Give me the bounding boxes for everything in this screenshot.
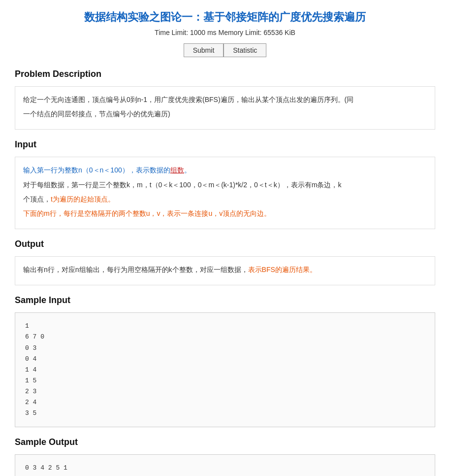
output-title: Output bbox=[15, 239, 435, 251]
output-line: 输出有n行，对应n组输出，每行为用空格隔开的k个整数，对应一组数据，表示BFS的… bbox=[23, 264, 427, 276]
input-line-4-orange: 下面的m行，每行是空格隔开的两个整数u，v，表示一条连接u，v顶点的无向边。 bbox=[23, 209, 271, 217]
limits-text: Time Limit: 1000 ms Memory Limit: 65536 … bbox=[15, 29, 435, 36]
problem-line-1: 给定一个无向连通图，顶点编号从0到n-1，用广度优先搜索(BFS)遍历，输出从某… bbox=[23, 94, 427, 106]
output-content: 输出有n行，对应n组输出，每行为用空格隔开的k个整数，对应一组数据，表示BFS的… bbox=[15, 256, 435, 285]
sample-output-code: 0 3 4 2 5 1 https://blog.csdn.net/weixin… bbox=[15, 454, 435, 476]
output-text-normal: 输出有n行，对应n组输出，每行为用空格隔开的k个整数，对应一组数据， bbox=[23, 266, 248, 273]
input-section: Input 输入第一行为整数n（0＜n＜100），表示数据的组数。 对于每组数据… bbox=[15, 139, 435, 229]
input-line-1-underline: 组数 bbox=[170, 166, 184, 174]
sample-input-title: Sample Input bbox=[15, 295, 435, 307]
code-line-2: 6 7 0 bbox=[25, 332, 425, 342]
input-line-1: 输入第一行为整数n（0＜n＜100），表示数据的组数。 bbox=[23, 164, 427, 176]
input-line-4: 下面的m行，每行是空格隔开的两个整数u，v，表示一条连接u，v顶点的无向边。 bbox=[23, 207, 427, 220]
page-title: 数据结构实验之图论一：基于邻接矩阵的广度优先搜索遍历 bbox=[15, 10, 435, 25]
problem-description-content: 给定一个无向连通图，顶点编号从0到n-1，用广度优先搜索(BFS)遍历，输出从某… bbox=[15, 86, 435, 130]
output-section: Output 输出有n行，对应n组输出，每行为用空格隔开的k个整数，对应一组数据… bbox=[15, 239, 435, 285]
code-line-6: 1 5 bbox=[25, 375, 425, 386]
input-line-3: 个顶点，t为遍历的起始顶点。 bbox=[23, 193, 427, 205]
code-line-3: 0 3 bbox=[25, 343, 425, 354]
sample-output-section: Sample Output 0 3 4 2 5 1 https://blog.c… bbox=[15, 437, 435, 476]
code-line-4: 0 4 bbox=[25, 354, 425, 365]
code-line-8: 2 4 bbox=[25, 397, 425, 408]
sample-input-section: Sample Input 1 6 7 0 0 3 0 4 1 4 1 5 2 3… bbox=[15, 295, 435, 427]
code-line-7: 2 3 bbox=[25, 386, 425, 397]
output-text-orange: 表示BFS的遍历结果。 bbox=[248, 266, 317, 273]
input-line-1-blue: 输入第一行为整数n（0＜n＜100），表示数据的 bbox=[23, 166, 170, 174]
input-line-3-normal: 个顶点， bbox=[23, 195, 51, 203]
code-line-5: 1 4 bbox=[25, 365, 425, 375]
submit-button[interactable]: Submit bbox=[184, 43, 224, 57]
code-line-9: 3 5 bbox=[25, 408, 425, 419]
sample-output-title: Sample Output bbox=[15, 437, 435, 449]
input-line-2-text: 对于每组数据，第一行是三个整数k，m，t（0＜k＜100，0＜m＜(k-1)*k… bbox=[23, 181, 341, 189]
problem-description-section: Problem Description 给定一个无向连通图，顶点编号从0到n-1… bbox=[15, 69, 435, 130]
button-row: Submit Statistic bbox=[15, 43, 435, 57]
input-line-2: 对于每组数据，第一行是三个整数k，m，t（0＜k＜100，0＜m＜(k-1)*k… bbox=[23, 179, 427, 191]
input-title: Input bbox=[15, 139, 435, 152]
input-content: 输入第一行为整数n（0＜n＜100），表示数据的组数。 对于每组数据，第一行是三… bbox=[15, 157, 435, 229]
problem-line-2: 一个结点的同层邻接点，节点编号小的优先遍历) bbox=[23, 108, 427, 120]
sample-input-code: 1 6 7 0 0 3 0 4 1 4 1 5 2 3 2 4 3 5 bbox=[15, 312, 435, 427]
output-code-line: 0 3 4 2 5 1 bbox=[25, 463, 425, 474]
input-line-1-blue2: 。 bbox=[184, 166, 191, 174]
input-line-3-orange: t为遍历的起始顶点。 bbox=[51, 195, 115, 203]
code-line-1: 1 bbox=[25, 321, 425, 332]
problem-description-title: Problem Description bbox=[15, 69, 435, 81]
statistic-button[interactable]: Statistic bbox=[224, 43, 266, 57]
